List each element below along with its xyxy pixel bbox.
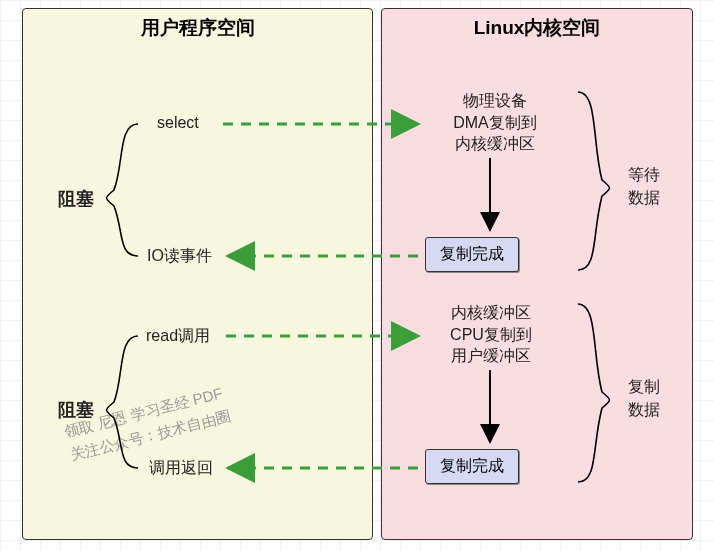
copy-data-label-2: 数据 bbox=[628, 400, 660, 421]
kernel-step3-line2: CPU复制到 bbox=[436, 324, 546, 346]
select-label: select bbox=[157, 114, 199, 132]
kernel-step1-line3: 内核缓冲区 bbox=[440, 133, 550, 155]
kernel-space-title: Linux内核空间 bbox=[382, 15, 692, 41]
user-space-title: 用户程序空间 bbox=[23, 15, 372, 41]
wait-data-label-2: 数据 bbox=[628, 188, 660, 209]
blocking-label-2: 阻塞 bbox=[58, 398, 94, 422]
kernel-step3-text: 内核缓冲区 CPU复制到 用户缓冲区 bbox=[436, 302, 546, 367]
copy-data-label-1: 复制 bbox=[628, 377, 660, 398]
io-event-label: IO读事件 bbox=[147, 246, 212, 267]
kernel-copy-done-1: 复制完成 bbox=[425, 237, 519, 272]
blocking-label-1: 阻塞 bbox=[58, 187, 94, 211]
kernel-step3-line1: 内核缓冲区 bbox=[436, 302, 546, 324]
wait-data-label-1: 等待 bbox=[628, 165, 660, 186]
kernel-step1-line1: 物理设备 bbox=[440, 90, 550, 112]
kernel-copy-done-2: 复制完成 bbox=[425, 449, 519, 484]
kernel-step1-text: 物理设备 DMA复制到 内核缓冲区 bbox=[440, 90, 550, 155]
call-return-label: 调用返回 bbox=[149, 458, 213, 479]
kernel-step1-line2: DMA复制到 bbox=[440, 112, 550, 134]
kernel-step3-line3: 用户缓冲区 bbox=[436, 345, 546, 367]
read-call-label: read调用 bbox=[146, 326, 210, 347]
